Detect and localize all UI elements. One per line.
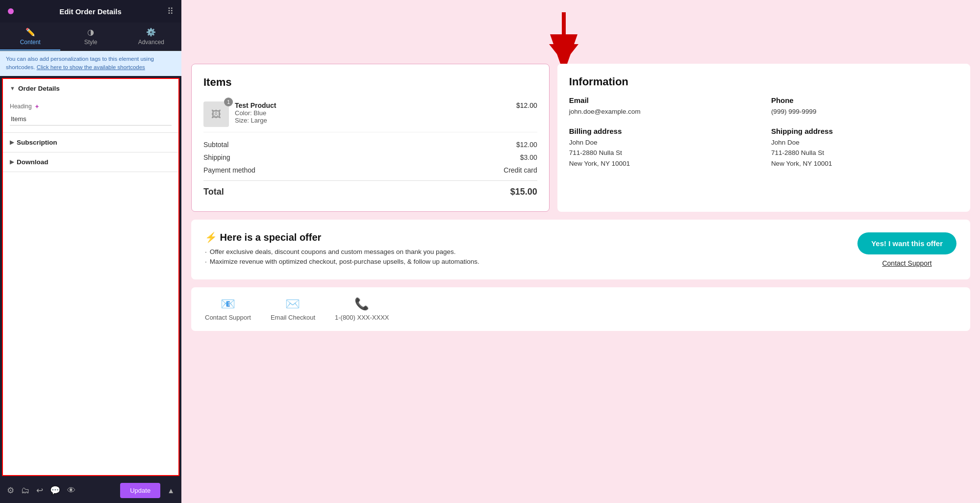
shipping-address-label: Shipping address — [771, 127, 958, 135]
tab-advanced-label: Advanced — [138, 39, 164, 46]
tab-content-label: Content — [20, 39, 41, 46]
tab-advanced[interactable]: ⚙️ Advanced — [121, 23, 181, 50]
sidebar-title: Edit Order Details — [14, 7, 167, 16]
info-billing: Billing address John Doe711-2880 Nulla S… — [569, 127, 756, 169]
info-email: Email john.doe@example.com — [569, 96, 756, 117]
sidebar-notice: You can also add personalization tags to… — [0, 51, 181, 76]
chevron-right-icon: ▶ — [10, 139, 14, 146]
chevron-right-icon-2: ▶ — [10, 159, 14, 165]
contact-support-link[interactable]: Contact Support — [882, 259, 931, 267]
section-subscription: ▶ Subscription — [3, 133, 178, 152]
sparkle-icon: ✦ — [34, 103, 40, 110]
shipping-label: Shipping — [203, 153, 230, 161]
history-icon[interactable]: ↩ — [36, 485, 43, 496]
collapse-button[interactable]: ▲ — [167, 486, 175, 495]
subtotal-label: Subtotal — [203, 141, 228, 149]
yes-offer-button[interactable]: Yes! I want this offer — [857, 232, 956, 254]
bullet-dot-1: · — [205, 248, 207, 255]
bottom-bar-phone-label: 1-(800) XXX-XXXX — [335, 314, 389, 321]
info-card: Information Email john.doe@example.com P… — [557, 64, 970, 212]
tab-content[interactable]: ✏️ Content — [0, 23, 60, 50]
heading-field-label: Heading ✦ — [10, 103, 172, 110]
half-circle-icon: ◑ — [87, 27, 94, 37]
items-heading: Items — [203, 76, 537, 89]
section-order-details: ▼ Order Details Heading ✦ — [3, 79, 178, 133]
section-order-details-body: Heading ✦ — [3, 98, 178, 132]
offer-bullet-2: · Maximize revenue with optimized checko… — [205, 258, 843, 265]
product-row: 1 🖼 Test Product Color: Blue Size: Large… — [203, 97, 537, 132]
offer-actions: Yes! I want this offer Contact Support — [857, 232, 956, 267]
offer-text: ⚡ Here is a special offer · Offer exclus… — [205, 231, 843, 268]
info-grid: Email john.doe@example.com Phone (999) 9… — [569, 96, 958, 169]
sidebar-header: Edit Order Details ⠿ — [0, 0, 181, 23]
total-shipping: Shipping $3.00 — [203, 151, 537, 164]
order-totals: Subtotal $12.00 Shipping $3.00 Payment m… — [203, 138, 537, 200]
offer-card: ⚡ Here is a special offer · Offer exclus… — [191, 220, 970, 279]
section-download-header[interactable]: ▶ Download — [3, 152, 178, 172]
product-attr-color: Color: Blue — [235, 109, 510, 117]
offer-bullet-2-text: Maximize revenue with optimized checkout… — [210, 258, 479, 265]
section-subscription-header[interactable]: ▶ Subscription — [3, 133, 178, 152]
section-subscription-label: Subscription — [17, 139, 57, 146]
payment-value: Credit card — [503, 166, 537, 174]
email-icon: 📧 — [221, 297, 235, 311]
image-placeholder-icon: 🖼 — [211, 109, 221, 120]
phone-label: Phone — [771, 96, 958, 104]
heading-input[interactable] — [10, 113, 172, 126]
red-arrow — [542, 10, 586, 64]
sidebar-bottom: ⚙ 🗂 ↩ 💬 👁 Update ▲ — [0, 478, 181, 503]
bullet-dot-2: · — [205, 258, 207, 265]
offer-bullet-1-text: Offer exclusive deals, discount coupons … — [210, 248, 456, 255]
bottom-bar-email: ✉️ Email Checkout — [271, 297, 315, 321]
billing-value: John Doe711-2880 Nulla StNew York, NY 10… — [569, 137, 756, 169]
heading-label-text: Heading — [10, 103, 32, 110]
info-phone: Phone (999) 999-9999 — [771, 96, 958, 117]
total-subtotal: Subtotal $12.00 — [203, 138, 537, 151]
product-badge: 1 — [224, 98, 233, 106]
sidebar-content: ▼ Order Details Heading ✦ ▶ Subscription… — [2, 78, 179, 477]
product-name: Test Product — [235, 101, 510, 109]
gear-icon: ⚙️ — [146, 27, 156, 37]
notice-link[interactable]: Click here to show the available shortco… — [37, 64, 145, 70]
cards-row: Items 1 🖼 Test Product Color: Blue Size:… — [191, 64, 970, 212]
offer-bullet-1: · Offer exclusive deals, discount coupon… — [205, 248, 843, 255]
section-download: ▶ Download — [3, 152, 178, 172]
grand-total-row: Total $15.00 — [203, 180, 537, 200]
items-card: Items 1 🖼 Test Product Color: Blue Size:… — [191, 64, 550, 212]
grid-icon[interactable]: ⠿ — [167, 6, 174, 17]
email-label: Email — [569, 96, 756, 104]
chat-icon[interactable]: 💬 — [50, 485, 60, 496]
subtotal-value: $12.00 — [516, 141, 537, 149]
update-button[interactable]: Update — [120, 483, 160, 498]
section-order-details-header[interactable]: ▼ Order Details — [3, 79, 178, 98]
info-shipping: Shipping address John Doe711-2880 Nulla … — [771, 127, 958, 169]
main-content: Items 1 🖼 Test Product Color: Blue Size:… — [181, 0, 980, 503]
eye-icon[interactable]: 👁 — [67, 486, 75, 496]
product-attr-size: Size: Large — [235, 117, 510, 124]
tab-style[interactable]: ◑ Style — [60, 23, 121, 50]
phone-value: (999) 999-9999 — [771, 106, 958, 117]
total-payment: Payment method Credit card — [203, 164, 537, 176]
lightning-icon: ⚡ — [205, 232, 217, 243]
layers-icon[interactable]: 🗂 — [21, 486, 29, 496]
bottom-bar-contact-label: Contact Support — [205, 314, 251, 321]
tab-style-label: Style — [84, 39, 98, 46]
pencil-icon: ✏️ — [25, 27, 35, 37]
grand-total-value: $15.00 — [510, 187, 537, 197]
billing-label: Billing address — [569, 127, 756, 135]
grand-total-label: Total — [203, 187, 224, 197]
product-price: $12.00 — [516, 101, 537, 109]
bottom-bar-contact: 📧 Contact Support — [205, 297, 251, 321]
brand-dot — [8, 8, 14, 14]
chevron-down-icon: ▼ — [10, 85, 15, 91]
shipping-address-value: John Doe711-2880 Nulla StNew York, NY 10… — [771, 137, 958, 169]
sidebar-tabs: ✏️ Content ◑ Style ⚙️ Advanced — [0, 23, 181, 51]
phone-icon: 📞 — [354, 297, 369, 311]
section-download-label: Download — [17, 158, 49, 166]
bottom-bar-phone: 📞 1-(800) XXX-XXXX — [335, 297, 389, 321]
bottom-bar-email-label: Email Checkout — [271, 314, 315, 321]
settings-icon[interactable]: ⚙ — [7, 485, 14, 496]
mail-icon: ✉️ — [285, 297, 300, 311]
sidebar: Edit Order Details ⠿ ✏️ Content ◑ Style … — [0, 0, 181, 503]
payment-label: Payment method — [203, 166, 255, 174]
